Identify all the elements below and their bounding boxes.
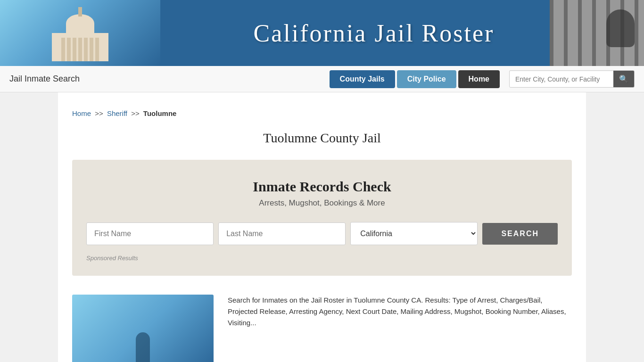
sponsored-label: Sponsored Results	[86, 255, 558, 262]
search-form: AlabamaAlaskaArizonaArkansasCaliforniaCo…	[86, 222, 558, 245]
breadcrumb: Home >> Sheriff >> Tuolumne	[72, 102, 572, 121]
breadcrumb-home[interactable]: Home	[72, 109, 91, 117]
main-content: Home >> Sheriff >> Tuolumne Tuolumne Cou…	[58, 92, 586, 362]
statue-silhouette	[136, 332, 150, 362]
last-name-input[interactable]	[218, 222, 346, 245]
breadcrumb-current: Tuolumne	[143, 109, 177, 117]
navbar-brand: Jail Inmate Search	[9, 74, 320, 84]
capitol-image	[0, 0, 160, 66]
navbar-search-input[interactable]	[510, 72, 613, 87]
breadcrumb-separator-1: >>	[95, 109, 103, 117]
state-select[interactable]: AlabamaAlaskaArizonaArkansasCaliforniaCo…	[350, 222, 478, 245]
capitol-dome	[66, 14, 94, 33]
first-name-input[interactable]	[86, 222, 214, 245]
bottom-description: Search for Inmates on the Jail Roster in…	[228, 295, 572, 329]
search-panel-subtitle: Arrests, Mugshot, Bookings & More	[86, 198, 558, 208]
search-panel: Inmate Records Check Arrests, Mugshot, B…	[72, 160, 572, 276]
navbar-search-button[interactable]: 🔍	[613, 71, 634, 87]
header-banner: California Jail Roster	[0, 0, 644, 66]
site-title-text: California Jail Roster	[254, 19, 495, 47]
capitol-body	[52, 33, 108, 61]
home-button[interactable]: Home	[458, 70, 500, 88]
navbar-nav: County Jails City Police Home	[330, 70, 500, 88]
page-title: Tuolumne County Jail	[72, 121, 572, 150]
hand-silhouette	[606, 9, 635, 47]
jail-bars	[550, 0, 644, 66]
bottom-image	[72, 295, 214, 362]
navbar: Jail Inmate Search County Jails City Pol…	[0, 66, 644, 92]
search-submit-button[interactable]: SEARCH	[482, 223, 558, 245]
header-right-image	[550, 0, 644, 66]
breadcrumb-separator-2: >>	[131, 109, 140, 117]
breadcrumb-sheriff[interactable]: Sheriff	[107, 109, 127, 117]
bottom-section: Search for Inmates on the Jail Roster in…	[72, 285, 572, 362]
capitol-building	[33, 14, 127, 66]
county-jails-button[interactable]: County Jails	[330, 70, 395, 88]
navbar-search: 🔍	[509, 70, 635, 88]
city-police-button[interactable]: City Police	[397, 70, 456, 88]
site-title: California Jail Roster	[160, 0, 587, 66]
search-panel-title: Inmate Records Check	[86, 179, 558, 195]
